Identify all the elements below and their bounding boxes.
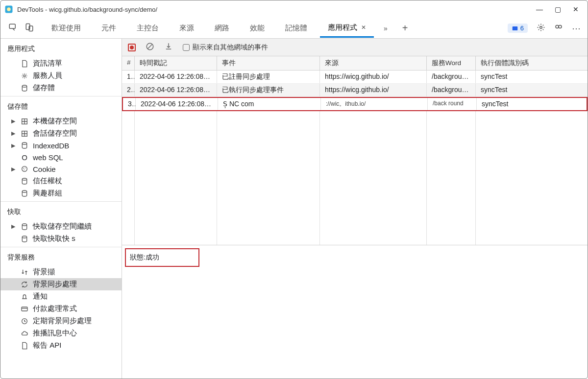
svg-point-9 [24,75,25,77]
svg-point-14 [22,166,27,172]
svg-point-19 [22,190,26,192]
sidebar-item-websql[interactable]: Oweb SQL [0,151,122,163]
svg-rect-22 [22,307,27,311]
sidebar-item-manifest[interactable]: 資訊清單 [0,57,122,70]
tab-console[interactable]: 主控台 [129,20,167,37]
svg-point-7 [556,25,559,28]
tab-memory[interactable]: 記憶體 [277,20,315,37]
status-box: 狀態:成功 [125,248,199,267]
table-empty-area [122,111,588,245]
sidebar-item-push-messaging[interactable]: 推播訊息中心 [0,327,122,339]
clock-icon [20,317,29,326]
svg-rect-5 [513,26,518,30]
table-row[interactable]: 2 2022-04-06 12:26:08.0... 已執行同步處理事件 htt… [122,84,588,97]
sidebar-section-storage: 儲存體 [0,98,122,115]
show-other-domains-checkbox[interactable]: 顯示來自其他網域的事件 [183,43,268,52]
clear-button[interactable] [146,42,154,52]
table-row-selected[interactable]: 3 2022-04-06 12:26:08.0... S̩ NC com ://… [122,97,588,111]
more-tabs-icon[interactable]: » [379,24,392,32]
card-icon [20,305,29,313]
sidebar-item-background-fetch[interactable]: 背景擷 [0,266,122,278]
save-button[interactable] [164,42,173,52]
col-sw[interactable]: 服務Word [427,56,476,70]
svg-point-21 [22,236,26,238]
svg-point-8 [559,25,562,28]
tab-elements[interactable]: 元件 [94,20,124,37]
sidebar-item-service-workers[interactable]: 服務人員 [0,70,122,82]
database-icon [20,222,29,231]
maximize-button[interactable]: ▢ [555,5,561,13]
sidebar-item-cache-storage[interactable]: ▶快取儲存空間繼續 [0,220,122,233]
sidebar-item-periodic-sync[interactable]: 定期背景同步處理 [0,315,122,327]
feedback-icon[interactable] [554,23,563,33]
sidebar-item-notifications[interactable]: 通知 [0,290,122,303]
minimize-button[interactable]: — [536,5,543,13]
sidebar: 應用程式 資訊清單 服務人員 儲存體 儲存體 ▶本機儲存空間 ▶會話儲存空間 ▶… [0,39,122,379]
issues-badge[interactable]: 6 [508,24,528,33]
svg-point-6 [540,26,542,29]
events-toolbar: 顯示來自其他網域的事件 [122,39,588,56]
svg-point-1 [7,7,11,11]
cloud-icon [20,329,29,338]
table-row[interactable]: 1 2022-04-06 12:26:08.0... 已註冊同步處理 https… [122,71,588,84]
cookie-icon [20,165,29,173]
database-icon [20,177,29,186]
settings-icon[interactable] [537,23,545,33]
tab-bar: 歡迎使用 元件 主控台 來源 網路 效能 記憶體 應用程式✕ » + 6 ⋯ [0,18,588,39]
col-instance[interactable]: 執行個體識別碼 [476,56,584,70]
gear-icon [20,71,29,80]
database-icon [20,141,29,150]
tab-network[interactable]: 網路 [207,20,237,37]
svg-point-17 [24,169,25,170]
svg-point-15 [23,168,24,169]
document-icon [20,341,29,350]
tab-performance[interactable]: 效能 [242,20,272,37]
col-event[interactable]: 事件 [217,56,320,70]
tab-welcome[interactable]: 歡迎使用 [44,20,89,37]
events-table-header: # 時間戳記 事件 來源 服務Word 執行個體識別碼 [122,56,588,71]
col-timestamp[interactable]: 時間戳記 [135,56,217,70]
window-title: DevTools - wicg.github.io/background-syn… [17,6,536,13]
sidebar-item-trust-tokens[interactable]: 信任權杖 [0,175,122,187]
more-icon[interactable]: ⋯ [572,23,581,34]
toggle-device-icon[interactable] [25,23,34,33]
record-button[interactable] [128,44,136,51]
col-idx[interactable]: # [122,56,135,70]
sidebar-item-storage-overview[interactable]: 儲存體 [0,82,122,94]
document-icon [20,59,29,68]
col-origin[interactable]: 來源 [320,56,427,70]
database-icon [20,189,29,198]
sidebar-item-payment-handler[interactable]: 付款處理常式 [0,303,122,315]
inspect-element-icon[interactable] [8,23,17,33]
sidebar-item-indexeddb[interactable]: ▶IndexedDB [0,140,122,151]
sidebar-item-app-cache[interactable]: 快取快取快 s [0,233,122,245]
add-tab-icon[interactable]: + [397,23,413,34]
sidebar-section-bg-services: 背景服務 [0,249,122,266]
svg-point-10 [22,85,26,87]
sidebar-item-interest-groups[interactable]: 興趣群組 [0,187,122,199]
sidebar-item-cookies[interactable]: ▶Cookie [0,163,122,175]
toolbar-right: 6 ⋯ [503,23,586,34]
window-controls: — ▢ ✕ [536,5,584,13]
close-button[interactable]: ✕ [573,5,579,13]
svg-point-20 [22,224,26,226]
sidebar-item-session-storage[interactable]: ▶會話儲存空間 [0,127,122,140]
sidebar-section-cache: 快取 [0,204,122,220]
svg-rect-2 [9,24,15,28]
events-table-body: 1 2022-04-06 12:26:08.0... 已註冊同步處理 https… [122,71,588,111]
sidebar-item-reporting-api[interactable]: 報告 API [0,339,122,352]
sidebar-item-local-storage[interactable]: ▶本機儲存空間 [0,115,122,127]
sidebar-item-background-sync[interactable]: 背景同步處理 [0,278,122,290]
database-icon [20,235,29,243]
grid-icon [20,129,29,138]
svg-point-13 [22,142,26,144]
close-tab-icon[interactable]: ✕ [361,24,366,31]
circle-icon: O [20,153,29,162]
svg-point-18 [22,178,26,180]
sidebar-section-application: 應用程式 [0,41,122,57]
tab-application[interactable]: 應用程式✕ [320,19,374,38]
panel-tabs: 歡迎使用 元件 主控台 來源 網路 效能 記憶體 應用程式✕ » + [44,19,499,38]
bell-icon [20,292,29,301]
titlebar: DevTools - wicg.github.io/background-syn… [0,0,588,18]
tab-sources[interactable]: 來源 [172,20,202,37]
